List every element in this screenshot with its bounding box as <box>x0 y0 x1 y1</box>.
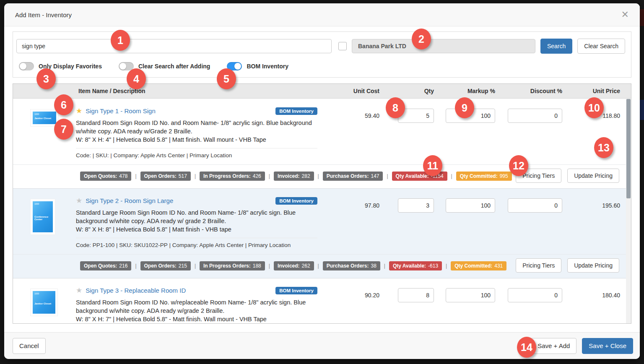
save-close-button[interactable]: Save + Close <box>582 338 633 354</box>
add-item-inventory-modal: Add Item - Inventory ✕ Search Clear Sear… <box>4 3 640 359</box>
col-item-name: Item Name / Description <box>13 88 317 94</box>
only-display-favorites-toggle[interactable] <box>19 62 34 70</box>
stat-badge: Qty Committed:431 <box>451 261 506 270</box>
bom-inventory-badge: BOM Inventory <box>275 197 317 205</box>
stat-badge: Open Orders:517 <box>140 172 191 181</box>
sign-preview-image: 1000 Conference Center <box>33 201 53 232</box>
item-thumbnail: 1000 Janitor Closet <box>13 283 76 324</box>
col-discount: Discount % <box>496 88 563 94</box>
stat-separator: | <box>318 173 319 179</box>
item-block: 1000 Janitor Closet ★ Sign Type 1 - Room… <box>13 99 626 189</box>
unit-cost-value: 90.20 <box>317 283 380 324</box>
stat-separator: | <box>135 173 136 179</box>
item-description: Standard Room Sign Room ID No. w/replace… <box>76 298 317 323</box>
stat-separator: | <box>446 263 447 269</box>
annotation-badge-2: 2 <box>412 29 431 49</box>
stat-badge: In Progress Orders:188 <box>200 261 265 270</box>
cancel-button[interactable]: Cancel <box>13 338 46 354</box>
favorite-star-icon[interactable]: ★ <box>76 107 82 115</box>
item-description: Standard Large Room Sign Room ID No. and… <box>76 208 317 234</box>
markup-input[interactable] <box>446 198 495 213</box>
qty-input[interactable] <box>398 198 434 213</box>
stat-badge: Open Orders:215 <box>140 261 191 270</box>
stat-badge: Qty Committed:995 <box>456 172 512 181</box>
annotation-badge-5: 5 <box>217 68 236 89</box>
item-block: 1000 Conference Center ★ Sign Type 2 - R… <box>13 189 626 278</box>
bom-inventory-badge: BOM Inventory <box>275 287 317 294</box>
favorite-star-icon[interactable]: ★ <box>76 286 82 295</box>
clear-search-button[interactable]: Clear Search <box>577 39 625 54</box>
discount-input[interactable] <box>508 288 562 302</box>
bom-inventory-label: BOM Inventory <box>247 63 288 70</box>
stat-separator: | <box>451 173 452 179</box>
stat-badge: Purchase Orders:147 <box>323 172 383 181</box>
discount-input[interactable] <box>508 109 562 123</box>
modal-header: Add Item - Inventory ✕ <box>4 3 640 26</box>
pricing-tiers-button[interactable]: Pricing Tiers <box>516 258 561 273</box>
unit-cost-value: 97.80 <box>317 194 380 248</box>
annotation-badge-3: 3 <box>36 68 56 89</box>
table-rows: 1000 Janitor Closet ★ Sign Type 1 - Room… <box>13 99 626 323</box>
item-name-link[interactable]: Sign Type 1 - Room Sign <box>86 107 155 114</box>
stat-separator: | <box>195 173 196 179</box>
unit-price-value: 180.40 <box>563 283 626 324</box>
stat-separator: | <box>135 263 136 269</box>
stat-separator: | <box>269 173 270 179</box>
unit-price-value: 195.60 <box>563 194 626 248</box>
stat-badge: Invoiced:282 <box>274 172 314 181</box>
item-meta: Code: | SKU: | Company: Apple Arts Cente… <box>76 152 317 159</box>
annotation-badge-7: 7 <box>54 119 73 140</box>
annotation-badge-12: 12 <box>509 155 528 176</box>
scrollbar-thumb[interactable] <box>626 99 631 198</box>
markup-input[interactable] <box>446 288 495 302</box>
annotation-badge-1: 1 <box>111 30 130 51</box>
col-qty: Qty <box>380 88 439 94</box>
table-scrollbar[interactable] <box>626 99 631 323</box>
update-pricing-button[interactable]: Update Pricing <box>567 258 619 273</box>
stat-separator: | <box>318 263 319 269</box>
search-input[interactable] <box>16 39 332 53</box>
company-checkbox[interactable] <box>338 42 347 50</box>
annotation-badge-14: 14 <box>517 337 536 358</box>
stat-badge: Invoiced:262 <box>274 261 314 270</box>
col-markup: Markup % <box>439 88 496 94</box>
stat-badge: Qty Available:-613 <box>389 261 442 270</box>
item-row: 1000 Conference Center ★ Sign Type 2 - R… <box>13 189 626 255</box>
stat-badge: Open Quotes:216 <box>80 261 131 270</box>
stat-separator: | <box>384 263 385 269</box>
update-pricing-button[interactable]: Update Pricing <box>567 169 619 183</box>
inventory-table: Item Name / Description Unit Cost Qty Ma… <box>13 83 631 324</box>
item-stats-row: Open Quotes:216|Open Orders:215|In Progr… <box>13 255 626 278</box>
item-name-link[interactable]: Sign Type 3 - Replaceable Room ID <box>86 287 186 294</box>
item-description: Standard Room Sign Room ID No. and Room … <box>76 119 317 144</box>
stat-badge: Open Quotes:478 <box>80 172 131 181</box>
annotation-badge-9: 9 <box>455 97 474 118</box>
item-stats-row: Open Quotes:478|Open Orders:517|In Progr… <box>13 165 626 189</box>
modal-footer: Cancel Save + Add Save + Close <box>4 332 640 359</box>
sign-preview-image: 1000 Janitor Closet <box>33 112 56 124</box>
item-thumbnail: 1000 Conference Center <box>13 194 76 248</box>
annotation-badge-10: 10 <box>584 97 604 118</box>
annotation-badge-6: 6 <box>54 94 73 115</box>
search-button[interactable]: Search <box>540 39 572 54</box>
modal-title: Add Item - Inventory <box>15 11 72 18</box>
item-meta: Code: PP1-100 | SKU: SKU1022-PP | Compan… <box>76 242 317 248</box>
favorite-star-icon[interactable]: ★ <box>76 196 82 205</box>
item-block: 1000 Janitor Closet ★ Sign Type 3 - Repl… <box>13 278 626 324</box>
annotation-badge-8: 8 <box>386 97 405 118</box>
discount-input[interactable] <box>508 198 562 213</box>
close-icon[interactable]: ✕ <box>621 10 629 19</box>
table-header-row: Item Name / Description Unit Cost Qty Ma… <box>13 84 631 99</box>
save-add-button[interactable]: Save + Add <box>531 338 576 354</box>
search-panel: Search Clear Search Only Display Favorit… <box>13 31 631 78</box>
company-input[interactable] <box>352 39 535 53</box>
sign-preview-image: 1000 Janitor Closet <box>33 291 55 314</box>
bom-inventory-badge: BOM Inventory <box>275 107 317 115</box>
annotation-badge-4: 4 <box>127 68 146 89</box>
annotation-badge-13: 13 <box>594 137 613 158</box>
clear-search-after-adding-label: Clear Search after Adding <box>138 63 210 70</box>
stat-badge: In Progress Orders:426 <box>200 172 265 181</box>
qty-input[interactable] <box>398 288 434 302</box>
item-name-link[interactable]: Sign Type 2 - Room Sign Large <box>86 197 173 204</box>
stat-separator: | <box>387 173 388 179</box>
